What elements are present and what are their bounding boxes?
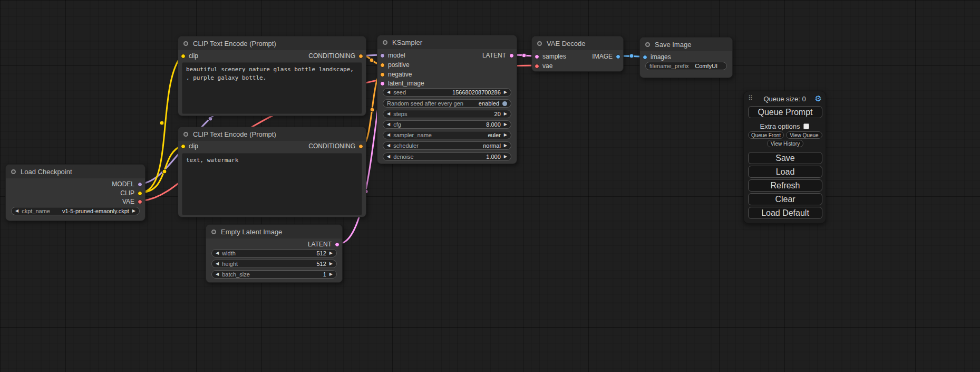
- node-title-bar[interactable]: KSampler: [377, 35, 517, 49]
- slot-dot-model[interactable]: [138, 182, 142, 187]
- load-default-button[interactable]: Load Default: [748, 207, 822, 219]
- settings-gear-icon[interactable]: ⚙: [815, 94, 822, 103]
- node-load-checkpoint[interactable]: Load Checkpoint MODEL CLIP VAE ◀ ckpt_na…: [5, 164, 145, 221]
- node-title-bar[interactable]: VAE Decode: [532, 36, 623, 50]
- slot-dot-latent[interactable]: [380, 81, 385, 86]
- node-title-bar[interactable]: Empty Latent Image: [206, 225, 342, 239]
- output-slot-latent[interactable]: LATENT: [206, 240, 342, 249]
- widget-ckpt-name[interactable]: ◀ ckpt_name v1-5-pruned-emaonly.ckpt ▶: [11, 207, 140, 215]
- output-slot-conditioning[interactable]: CONDITIONING: [178, 52, 366, 60]
- collapse-dot-icon[interactable]: [11, 169, 16, 174]
- output-slot-latent[interactable]: LATENT: [377, 51, 517, 60]
- widget-seed[interactable]: ◀ seed 156680208700286 ▶: [383, 88, 511, 97]
- slot-dot-latent[interactable]: [335, 242, 339, 247]
- decrement-icon[interactable]: ◀: [387, 90, 390, 94]
- input-slot-positive[interactable]: positive: [377, 61, 517, 69]
- output-slot-model[interactable]: MODEL: [6, 180, 145, 188]
- graph-canvas[interactable]: Load Checkpoint MODEL CLIP VAE ◀ ckpt_na…: [0, 0, 980, 372]
- increment-icon[interactable]: ▶: [504, 122, 507, 127]
- widget-scheduler[interactable]: ◀ scheduler normal ▶: [383, 141, 511, 150]
- node-clip-text-encode-positive[interactable]: CLIP Text Encode (Prompt) clip CONDITION…: [178, 36, 366, 116]
- slot-label: negative: [388, 71, 412, 78]
- input-slot-latent-image[interactable]: latent_image: [377, 79, 517, 88]
- node-title-bar[interactable]: CLIP Text Encode (Prompt): [178, 36, 366, 50]
- decrement-icon[interactable]: ◀: [387, 144, 390, 148]
- widget-sampler-name[interactable]: ◀ sampler_name euler ▶: [383, 131, 511, 139]
- decrement-icon[interactable]: ◀: [216, 272, 219, 276]
- refresh-button[interactable]: Refresh: [748, 179, 822, 192]
- increment-icon[interactable]: ▶: [504, 155, 507, 159]
- node-ksampler[interactable]: KSampler model LATENT positive negative …: [377, 35, 517, 164]
- increment-icon[interactable]: ▶: [504, 112, 507, 116]
- widget-label: cfg: [393, 121, 401, 128]
- clear-button[interactable]: Clear: [748, 193, 822, 205]
- widget-denoise[interactable]: ◀ denoise 1.000 ▶: [383, 152, 511, 161]
- increment-icon[interactable]: ▶: [329, 262, 333, 266]
- decrement-icon[interactable]: ◀: [387, 112, 390, 116]
- widget-steps[interactable]: ◀ steps 20 ▶: [383, 110, 511, 118]
- widget-value: ComfyUI: [695, 63, 723, 69]
- slot-dot-vae[interactable]: [535, 64, 539, 69]
- slot-dot-conditioning[interactable]: [358, 54, 363, 59]
- decrement-icon[interactable]: ◀: [216, 262, 219, 266]
- decrement-icon[interactable]: ◀: [15, 209, 18, 213]
- output-slot-conditioning[interactable]: CONDITIONING: [178, 142, 366, 150]
- decrement-icon[interactable]: ◀: [387, 122, 390, 127]
- queue-panel[interactable]: ⠿ Queue size: 0 ⚙ Queue Prompt Extra opt…: [743, 91, 826, 224]
- decrement-icon[interactable]: ◀: [216, 251, 219, 255]
- node-vae-decode[interactable]: VAE Decode samples IMAGE vae: [531, 36, 624, 72]
- save-button[interactable]: Save: [748, 152, 822, 164]
- collapse-dot-icon[interactable]: [383, 40, 387, 45]
- slot-dot-latent[interactable]: [509, 53, 514, 58]
- slot-dot-image[interactable]: [643, 55, 647, 60]
- input-slot-vae[interactable]: vae: [532, 62, 623, 70]
- output-slot-clip[interactable]: CLIP: [6, 189, 145, 197]
- node-empty-latent-image[interactable]: Empty Latent Image LATENT ◀ width 512 ▶ …: [206, 224, 343, 283]
- view-history-button[interactable]: View History: [767, 140, 803, 147]
- increment-icon[interactable]: ▶: [504, 90, 507, 94]
- extra-options-checkbox[interactable]: [803, 123, 809, 129]
- widget-cfg[interactable]: ◀ cfg 8.000 ▶: [383, 120, 511, 129]
- queue-prompt-button[interactable]: Queue Prompt: [748, 106, 822, 118]
- slot-dot-clip[interactable]: [138, 191, 142, 196]
- node-clip-text-encode-negative[interactable]: CLIP Text Encode (Prompt) clip CONDITION…: [178, 127, 366, 217]
- output-slot-image[interactable]: IMAGE: [532, 52, 623, 61]
- increment-icon[interactable]: ▶: [504, 144, 507, 148]
- widget-batch-size[interactable]: ◀ batch_size 1 ▶: [211, 270, 337, 279]
- increment-icon[interactable]: ▶: [132, 209, 135, 213]
- collapse-dot-icon[interactable]: [211, 230, 216, 234]
- widget-random-seed-toggle[interactable]: Random seed after every gen enabled: [383, 99, 511, 108]
- collapse-dot-icon[interactable]: [183, 41, 188, 46]
- toggle-dot-icon[interactable]: [502, 101, 507, 106]
- queue-front-button[interactable]: Queue Front: [748, 131, 784, 139]
- collapse-dot-icon[interactable]: [537, 41, 542, 46]
- queue-panel-header[interactable]: ⠿ Queue size: 0 ⚙: [744, 94, 826, 103]
- decrement-icon[interactable]: ◀: [387, 155, 390, 159]
- collapse-dot-icon[interactable]: [645, 42, 650, 47]
- input-slot-images[interactable]: images: [640, 53, 732, 61]
- widget-filename-prefix[interactable]: filename_prefix ComfyUI: [645, 62, 727, 70]
- widget-height[interactable]: ◀ height 512 ▶: [211, 260, 337, 268]
- increment-icon[interactable]: ▶: [504, 133, 507, 137]
- node-title-bar[interactable]: Save Image: [640, 37, 732, 51]
- decrement-icon[interactable]: ◀: [387, 133, 390, 137]
- node-title-bar[interactable]: CLIP Text Encode (Prompt): [178, 127, 366, 141]
- slot-dot-conditioning[interactable]: [380, 63, 385, 68]
- slot-dot-image[interactable]: [616, 54, 620, 59]
- increment-icon[interactable]: ▶: [329, 272, 333, 276]
- input-slot-negative[interactable]: negative: [377, 70, 517, 79]
- output-slot-vae[interactable]: VAE: [6, 197, 145, 206]
- extra-options-row[interactable]: Extra options: [744, 122, 826, 130]
- prompt-textarea[interactable]: beautiful scenery nature glass bottle la…: [182, 62, 362, 114]
- slot-dot-vae[interactable]: [138, 199, 142, 204]
- prompt-textarea[interactable]: text, watermark: [182, 153, 362, 215]
- node-save-image[interactable]: Save Image images filename_prefix ComfyU…: [639, 37, 733, 78]
- slot-dot-conditioning[interactable]: [380, 72, 385, 77]
- node-title-bar[interactable]: Load Checkpoint: [6, 165, 145, 178]
- widget-width[interactable]: ◀ width 512 ▶: [211, 249, 337, 257]
- load-button[interactable]: Load: [748, 166, 822, 178]
- collapse-dot-icon[interactable]: [183, 132, 188, 137]
- view-queue-button[interactable]: View Queue: [786, 131, 822, 139]
- increment-icon[interactable]: ▶: [329, 251, 333, 255]
- slot-dot-conditioning[interactable]: [358, 144, 363, 149]
